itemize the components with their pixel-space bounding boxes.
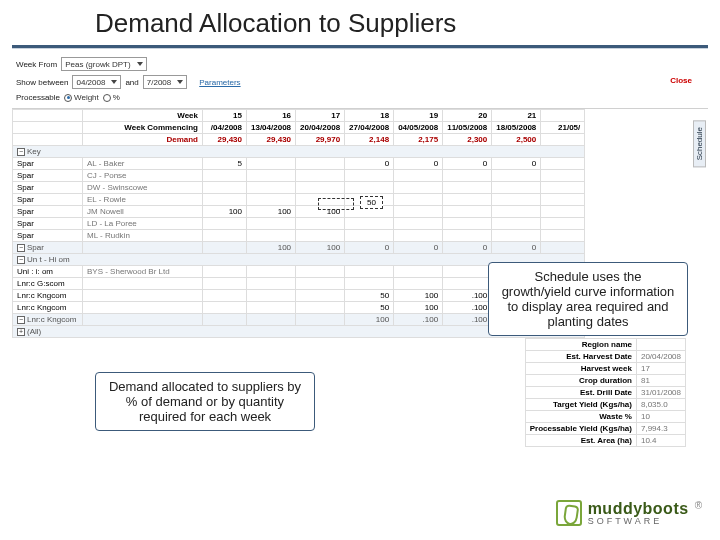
callout-demand: Demand allocated to suppliers by % of de… [95,372,315,431]
show-between-label: Show between [16,78,68,87]
collapse-icon[interactable]: − [17,316,25,324]
chevron-down-icon [137,62,143,66]
table-row: SparEL - Rowle [13,194,585,206]
date-from-select[interactable]: 04/2008 [72,75,121,89]
table-row: SparML - Rudkin [13,230,585,242]
cell-highlight-caption: 50 [360,196,383,209]
divider-light [12,48,708,49]
toolbar-row-3: Processable Weight % [0,91,720,104]
date-to-value: 7/2008 [147,78,171,87]
group-total-spar: −Spar1001000000 [13,242,585,254]
collapse-icon[interactable]: − [17,256,25,264]
boot-icon [556,500,582,526]
date-from-value: 04/2008 [76,78,105,87]
table-header-dates: Week Commencing /04/2008 13/04/2008 20/0… [13,122,585,134]
chevron-down-icon [177,80,183,84]
brand-sub: SOFTWARE [588,516,689,526]
table-row: SparJM Nowell100100100 [13,206,585,218]
date-to-select[interactable]: 7/2008 [143,75,187,89]
week-from-label: Week From [16,60,57,69]
radio-percent[interactable]: % [103,93,120,102]
schedule-info-table: Region name Est. Harvest Date20/04/2008 … [525,338,686,447]
chevron-down-icon [111,80,117,84]
registered-icon: ® [695,500,702,511]
schedule-tab[interactable]: Schedule [693,120,706,167]
toolbar-row-2: Show between 04/2008 and 7/2008 Paramete… [0,73,720,91]
table-row: SparCJ - Ponse [13,170,585,182]
table-row: SparLD - La Poree [13,218,585,230]
processable-label: Processable [16,93,60,102]
week-from-value: Peas (growk DPT) [65,60,130,69]
collapse-icon[interactable]: − [17,244,25,252]
page-title: Demand Allocation to Suppliers [0,0,720,39]
close-button[interactable]: Close [670,76,692,85]
expand-icon[interactable]: + [17,328,25,336]
collapse-icon[interactable]: − [17,148,25,156]
table-row-demand: Demand 29,430 29,430 29,970 2,148 2,175 … [13,134,585,146]
brand-logo: muddyboots SOFTWARE ® [556,500,702,526]
table-row: SparAL - Baker50000 [13,158,585,170]
cell-highlight [318,198,354,210]
and-label: and [125,78,138,87]
table-header-weeks: Week 15 16 17 18 19 20 21 [13,110,585,122]
parameters-link[interactable]: Parameters [199,78,240,87]
callout-schedule: Schedule uses the growth/yield curve inf… [488,262,688,336]
group-key: −Key [13,146,585,158]
radio-weight[interactable]: Weight [64,93,99,102]
week-from-select[interactable]: Peas (growk DPT) [61,57,146,71]
table-row: SparDW - Swinscowe [13,182,585,194]
toolbar-row-1: Week From Peas (growk DPT) [0,55,720,73]
